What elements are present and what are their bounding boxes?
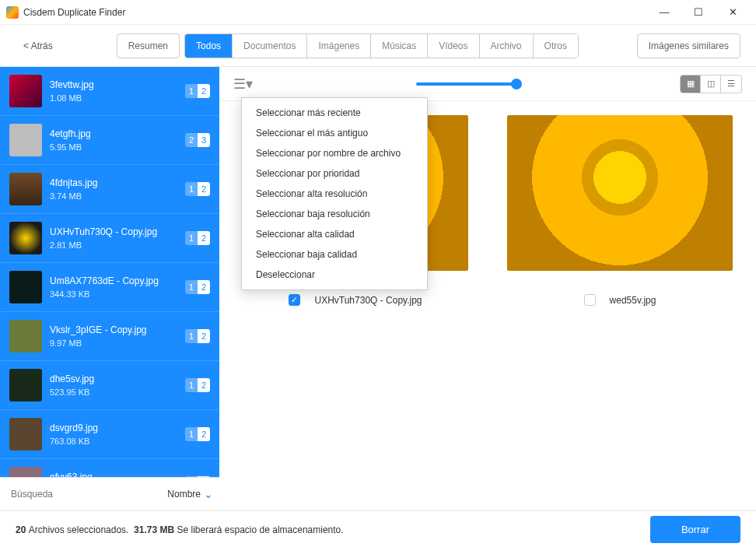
thumbnail-icon <box>9 124 42 156</box>
thumbnail-icon <box>9 173 42 205</box>
delete-button[interactable]: Borrar <box>650 516 740 543</box>
app-logo-icon <box>6 6 19 19</box>
list-item[interactable]: dhe5sv.jpg523.95 KB12 <box>0 361 219 410</box>
freed-size: 31.73 MB <box>134 524 174 535</box>
menu-item[interactable]: Seleccionar baja calidad <box>242 244 427 265</box>
summary-button[interactable]: Resumen <box>117 33 180 58</box>
preview-image-right[interactable] <box>507 115 733 271</box>
file-name: UXHvTuh730Q - Copy.jpg <box>50 226 177 237</box>
sort-label: Nombre <box>167 489 201 500</box>
preview-filename-right: wed55v.jpg <box>610 295 656 306</box>
similar-images-button[interactable]: Imágenes similares <box>637 33 740 58</box>
file-name: 4fdnjtas.jpg <box>50 177 177 188</box>
duplicate-list[interactable]: 3fevttw.jpg1.08 MB124etgfh.jpg5.95 MB234… <box>0 67 219 477</box>
file-name: dsvgrd9.jpg <box>50 423 177 433</box>
sort-button[interactable]: Nombre ⌄ <box>163 485 213 503</box>
thumbnail-icon <box>9 271 42 303</box>
thumbnail-icon <box>9 418 42 451</box>
list-item[interactable]: Um8AX7763dE - Copy.jpg344.33 KB12 <box>0 263 219 312</box>
badge-total: 2 <box>198 427 210 441</box>
thumbnail-icon <box>9 320 42 352</box>
thumbnail-icon <box>9 75 42 107</box>
tab-otros[interactable]: Otros <box>534 34 578 58</box>
thumbnail-icon <box>9 467 42 477</box>
file-size: 9.97 MB <box>50 338 177 348</box>
badge-total: 2 <box>198 84 210 98</box>
dup-badges: 12 <box>185 427 210 441</box>
view-list-icon[interactable]: ☰ <box>721 75 741 93</box>
list-item[interactable]: UXHvTuh730Q - Copy.jpg2.81 MB12 <box>0 214 219 263</box>
badge-total: 2 <box>198 182 210 196</box>
list-item[interactable]: 4fdnjtas.jpg3.74 MB12 <box>0 165 219 214</box>
dup-badges: 12 <box>185 84 210 98</box>
menu-item[interactable]: Seleccionar por prioridad <box>242 163 427 184</box>
footer: 20 Archivos seleccionados. 31.73 MB Se l… <box>0 510 756 547</box>
file-size: 5.95 MB <box>50 142 177 152</box>
menu-item[interactable]: Seleccionar alta resolución <box>242 184 427 204</box>
menu-item[interactable]: Deseleccionar <box>242 265 427 285</box>
list-item[interactable]: 3fevttw.jpg1.08 MB12 <box>0 67 219 116</box>
thumbnail-icon <box>9 222 42 254</box>
file-size: 523.95 KB <box>50 387 177 397</box>
dup-badges: 12 <box>185 280 210 294</box>
close-button[interactable]: ✕ <box>716 2 750 23</box>
file-name: dhe5sv.jpg <box>50 373 177 384</box>
tab-todos[interactable]: Todos <box>185 34 233 58</box>
category-tabs: Todos Documentos Imágenes Músicas Vídeos… <box>184 33 579 58</box>
file-name: 4etgfh.jpg <box>50 128 177 139</box>
back-button[interactable]: < Atrás <box>16 36 61 56</box>
menu-item[interactable]: Seleccionar más reciente <box>242 103 427 123</box>
list-item[interactable]: Vkslr_3pIGE - Copy.jpg9.97 MB12 <box>0 312 219 361</box>
preview-right: wed55v.jpg <box>507 115 733 496</box>
tab-videos[interactable]: Vídeos <box>428 34 479 58</box>
tab-documentos[interactable]: Documentos <box>233 34 307 58</box>
badge-selected: 2 <box>185 133 198 147</box>
freed-label: Se liberará espacio de almacenamiento. <box>177 524 343 535</box>
file-name: Vkslr_3pIGE - Copy.jpg <box>50 324 177 335</box>
view-split-icon[interactable]: ◫ <box>701 75 721 93</box>
tab-musicas[interactable]: Músicas <box>371 34 428 58</box>
badge-selected: 1 <box>185 231 198 245</box>
thumbnail-size-slider[interactable] <box>416 82 517 86</box>
view-grid-icon[interactable]: ▦ <box>681 75 701 93</box>
file-name: Um8AX7763dE - Copy.jpg <box>50 275 177 286</box>
checkbox-left[interactable]: ✓ <box>289 294 300 306</box>
menu-item[interactable]: Seleccionar el más antiguo <box>242 123 427 143</box>
dup-badges: 12 <box>185 378 210 392</box>
file-size: 3.74 MB <box>50 191 177 201</box>
badge-total: 2 <box>198 280 210 294</box>
list-item[interactable]: efvy63.jpg6.79 MB12 <box>0 459 219 477</box>
badge-selected: 1 <box>185 182 198 196</box>
search-input[interactable] <box>6 484 158 504</box>
selected-count: 20 <box>16 524 26 535</box>
menu-item[interactable]: Seleccionar por nombre de archivo <box>242 143 427 163</box>
search-row: Nombre ⌄ <box>0 477 219 510</box>
badge-total: 3 <box>198 133 210 147</box>
minimize-button[interactable]: — <box>647 2 681 23</box>
file-size: 2.81 MB <box>50 240 177 250</box>
list-item[interactable]: dsvgrd9.jpg763.08 KB12 <box>0 410 219 459</box>
checkbox-right[interactable] <box>584 294 596 306</box>
file-name: 3fevttw.jpg <box>50 79 177 90</box>
tab-imagenes[interactable]: Imágenes <box>307 34 371 58</box>
badge-selected: 1 <box>185 280 198 294</box>
menu-item[interactable]: Seleccionar baja resolución <box>242 204 427 224</box>
menu-item[interactable]: Seleccionar alta calidad <box>242 224 427 244</box>
badge-selected: 1 <box>185 329 198 343</box>
dup-badges: 12 <box>185 329 210 343</box>
selection-menu-button[interactable]: ☰▾ <box>233 75 253 93</box>
file-size: 763.08 KB <box>50 437 177 446</box>
tab-archivo[interactable]: Archivo <box>480 34 534 58</box>
titlebar: Cisdem Duplicate Finder — ☐ ✕ <box>0 0 756 25</box>
selected-label: Archivos seleccionados. <box>29 524 129 535</box>
dup-badges: 23 <box>185 133 210 147</box>
badge-total: 2 <box>198 231 210 245</box>
badge-selected: 1 <box>185 427 198 441</box>
list-item[interactable]: 4etgfh.jpg5.95 MB23 <box>0 116 219 165</box>
maximize-button[interactable]: ☐ <box>681 2 716 23</box>
badge-total: 2 <box>198 329 210 343</box>
selection-context-menu: Seleccionar más reciente Seleccionar el … <box>241 97 428 290</box>
toolbar: < Atrás Resumen Todos Documentos Imágene… <box>0 25 756 67</box>
window-title: Cisdem Duplicate Finder <box>23 7 125 18</box>
chevron-down-icon: ⌄ <box>204 488 213 500</box>
